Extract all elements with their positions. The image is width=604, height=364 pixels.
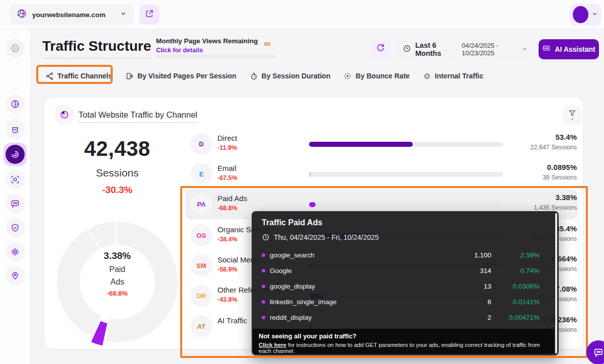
channel-change: -68.8%	[217, 205, 238, 212]
avatar	[573, 6, 588, 23]
channel-initials-badge: OS	[190, 224, 212, 246]
channel-progress-bar	[309, 142, 503, 147]
channel-sessions: 38 Sessions	[543, 174, 577, 181]
chevron-down-icon	[570, 117, 575, 121]
tooltip-footer-question: Not seeing all your paid traffic?	[259, 332, 548, 340]
site-selector[interactable]: yourwebsitename.com	[9, 5, 134, 25]
channel-values: 0.0895% 38 Sessions	[543, 163, 577, 181]
channel-change: -43.8%	[217, 296, 238, 303]
bullet-dot-icon	[262, 300, 265, 304]
channel-percent: 0.0895%	[543, 163, 577, 171]
open-website-button[interactable]	[139, 5, 160, 25]
tab-label: Internal Traffic	[435, 72, 483, 80]
infinity-icon: ∞	[264, 38, 271, 49]
bullet-dot-icon	[262, 316, 265, 319]
tab-label: Traffic Channels	[57, 72, 112, 80]
app-window: yourwebsitename.com	[0, 0, 604, 364]
dashboard-pie-icon[interactable]	[6, 95, 25, 114]
scan-camera-icon[interactable]	[6, 170, 25, 189]
donut-percent: 3.38%	[80, 250, 155, 261]
tab-visited-pages[interactable]: By Visited Pages Per Session	[125, 72, 237, 80]
tooltip-source-name: google_display	[270, 283, 315, 290]
click-here-link[interactable]: Click here	[259, 342, 286, 348]
filter-button[interactable]	[563, 106, 582, 125]
page-views-progress-bar	[156, 54, 276, 59]
channel-initials-badge: E	[190, 163, 212, 185]
support-chat-button[interactable]	[586, 340, 604, 364]
user-menu[interactable]	[570, 4, 601, 26]
channel-change: -11.9%	[217, 144, 237, 151]
collapse-sidebar-icon[interactable]	[6, 39, 25, 58]
bullet-dot-icon	[262, 269, 265, 272]
tooltip-source-name: Google	[270, 267, 292, 275]
channel-row-direct[interactable]: D Direct -11.9% 53.4% 22,647 Sessions	[185, 130, 578, 158]
channel-initials-badge: AT	[190, 315, 212, 337]
channel-name: Email	[217, 164, 237, 172]
security-shield-icon[interactable]	[6, 218, 25, 237]
chat-bubble-icon	[593, 347, 604, 358]
tooltip-source-percent: 0.74%	[520, 267, 540, 275]
tooltip-title: Traffic Paid Ads	[262, 218, 322, 227]
tooltip-source-value: 6	[487, 298, 491, 306]
channel-initials-badge: D	[190, 133, 212, 155]
page-views-details-link[interactable]: Click for details	[156, 47, 203, 54]
tab-label: By Bounce Rate	[355, 72, 409, 80]
tooltip-source-percent: 0.0141%	[513, 298, 540, 306]
refresh-button[interactable]	[370, 39, 391, 59]
tooltip-source-name: google_search	[270, 251, 315, 259]
channel-progress-fill	[309, 202, 316, 207]
feedback-chat-icon[interactable]	[6, 194, 25, 213]
tooltip-source-name: linkedin_single_image	[270, 298, 337, 306]
location-pin-icon[interactable]	[6, 266, 25, 285]
tooltip-source-percent: 0.0306%	[513, 283, 540, 290]
page-title: Traffic Structure	[42, 38, 151, 58]
date-range-value: 04/24/2025 - 10/23/2025	[462, 42, 519, 57]
tooltip-row: reddit_display 2 0.00471%	[262, 313, 547, 323]
chevron-down-icon	[591, 10, 598, 19]
donut-label-line1: Paid	[80, 265, 155, 274]
sidebar-item-traffic[interactable]	[4, 143, 27, 166]
tooltip-row: google_display 13 0.0306%	[262, 282, 547, 292]
channel-row-email[interactable]: E Email -67.5% 0.0895% 38 Sessions	[185, 160, 578, 188]
tooltip-date-range: Thu, 04/24/2025 - Fri, 10/24/2025	[262, 233, 379, 241]
donut-center-label: 3.38% Paid Ads -68.8%	[80, 250, 155, 297]
filter-funnel-icon	[568, 109, 576, 117]
channel-change: -58.9%	[217, 266, 238, 273]
chevron-down-icon	[120, 10, 127, 19]
channel-values: 53.4% 22,647 Sessions	[531, 133, 577, 151]
channel-name: Direct	[217, 134, 237, 142]
globe-icon	[16, 8, 27, 21]
channel-name: AI Traffic	[217, 316, 247, 325]
tab-internal-traffic[interactable]: Internal Traffic	[423, 72, 483, 80]
channel-sessions: 22,647 Sessions	[531, 144, 577, 151]
channel-sessions: 1,435 Sessions	[534, 204, 577, 211]
tooltip-footer-rest: for instructions on how to add GET param…	[259, 342, 540, 354]
channel-progress-fill	[309, 142, 413, 147]
tab-traffic-channels[interactable]: Traffic Channels	[45, 72, 112, 80]
tab-session-duration[interactable]: By Session Duration	[250, 72, 331, 80]
tooltip-source-name: reddit_display	[270, 314, 312, 321]
bounce-target-icon	[343, 72, 352, 80]
channel-progress-bar	[309, 172, 503, 177]
total-sessions-label: Sessions	[60, 167, 174, 179]
tooltip-source-percent: 2.59%	[520, 251, 540, 259]
channel-progress-bar	[309, 202, 503, 207]
paid-ads-tooltip: Traffic Paid Ads Thu, 04/24/2025 - Fri, …	[252, 211, 559, 355]
tooltip-scrollbar[interactable]	[555, 213, 557, 353]
donut-change: -68.8%	[80, 290, 155, 297]
tooltip-source-value: 1,100	[474, 251, 491, 259]
tab-label: By Visited Pages Per Session	[137, 72, 237, 80]
tooltip-source-value: 314	[480, 267, 491, 275]
settings-gear-icon[interactable]	[6, 242, 25, 261]
tooltip-source-value: 2	[487, 314, 491, 321]
tooltip-row: google_search 1,100 2.59%	[262, 250, 547, 260]
bullet-dot-icon	[262, 253, 265, 257]
tab-bounce-rate[interactable]: By Bounce Rate	[343, 72, 409, 80]
ai-assistant-button[interactable]: AI Assistant	[539, 39, 599, 59]
store-bag-icon[interactable]	[6, 120, 25, 139]
sidebar-nav	[0, 29, 31, 364]
bullet-dot-icon	[262, 285, 265, 288]
view-tabs: Traffic Channels By Visited Pages Per Se…	[45, 68, 483, 83]
pages-icon	[125, 72, 134, 80]
date-range-selector[interactable]: Last 6 Months 04/24/2025 - 10/23/2025	[397, 39, 534, 59]
